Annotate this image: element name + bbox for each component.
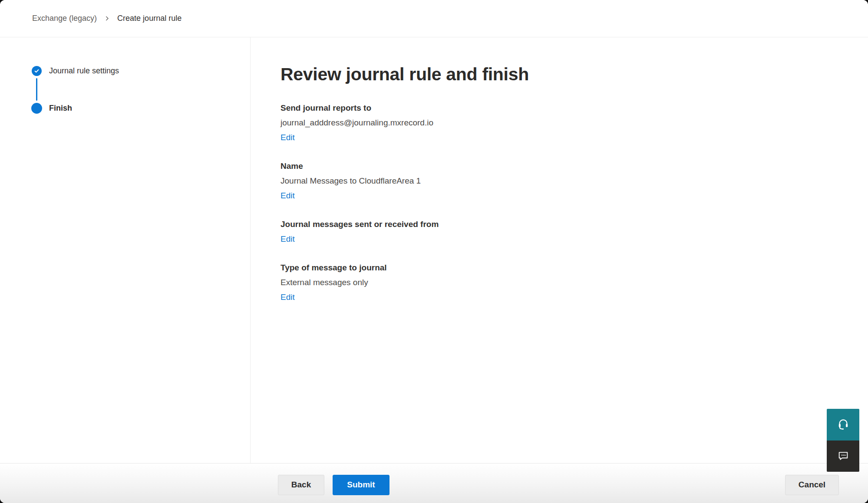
action-bar-left-group: Back Submit bbox=[278, 475, 389, 495]
wizard-step-finish[interactable]: Finish bbox=[31, 103, 72, 114]
help-button[interactable] bbox=[827, 409, 859, 441]
submit-button[interactable]: Submit bbox=[333, 475, 389, 495]
wizard-step-journal-rule-settings[interactable]: Journal rule settings bbox=[32, 66, 119, 76]
section-name: Name Journal Messages to CloudflareArea … bbox=[281, 159, 851, 203]
section-type-of-message: Type of message to journal External mess… bbox=[281, 260, 851, 305]
action-bar: Back Submit Cancel bbox=[0, 463, 868, 503]
step-label-journal-rule-settings: Journal rule settings bbox=[49, 66, 119, 76]
wizard-steps-panel: Journal rule settings Finish bbox=[0, 37, 251, 463]
section-label: Journal messages sent or received from bbox=[281, 217, 851, 232]
current-step-dot-icon bbox=[31, 103, 42, 114]
breadcrumb-exchange-legacy-link[interactable]: Exchange (legacy) bbox=[32, 14, 97, 23]
edit-name-link[interactable]: Edit bbox=[281, 188, 295, 203]
section-label: Send journal reports to bbox=[281, 101, 851, 115]
feedback-button[interactable] bbox=[827, 441, 859, 472]
step-label-finish: Finish bbox=[49, 104, 72, 113]
breadcrumb-current-page: Create journal rule bbox=[117, 14, 182, 23]
exchange-admin-window: Exchange (legacy) Create journal rule Jo… bbox=[0, 0, 868, 503]
chat-bubble-icon bbox=[837, 450, 849, 463]
edit-journal-messages-link[interactable]: Edit bbox=[281, 232, 295, 247]
review-content: Review journal rule and finish Send jour… bbox=[251, 37, 868, 463]
floating-button-stack bbox=[827, 409, 859, 472]
section-label: Name bbox=[281, 159, 851, 174]
section-send-journal-reports-to: Send journal reports to journal_adddress… bbox=[281, 101, 851, 145]
breadcrumb: Exchange (legacy) Create journal rule bbox=[32, 14, 182, 23]
rule-name-value: Journal Messages to CloudflareArea 1 bbox=[281, 174, 851, 188]
headset-icon bbox=[837, 418, 850, 432]
back-button[interactable]: Back bbox=[278, 475, 324, 495]
section-label: Type of message to journal bbox=[281, 260, 851, 275]
step-connector-line bbox=[36, 78, 37, 101]
page-header: Exchange (legacy) Create journal rule bbox=[0, 0, 868, 37]
cancel-button[interactable]: Cancel bbox=[785, 475, 839, 495]
message-type-value: External messages only bbox=[281, 275, 851, 290]
page-title: Review journal rule and finish bbox=[281, 62, 851, 86]
checkmark-icon bbox=[32, 66, 42, 76]
section-journal-messages-sent-or-received: Journal messages sent or received from E… bbox=[281, 217, 851, 247]
chevron-right-icon bbox=[104, 16, 110, 21]
journal-report-address-value: journal_adddress@journaling.mxrecord.io bbox=[281, 115, 851, 130]
edit-send-journal-reports-link[interactable]: Edit bbox=[281, 130, 295, 145]
edit-message-type-link[interactable]: Edit bbox=[281, 290, 295, 305]
